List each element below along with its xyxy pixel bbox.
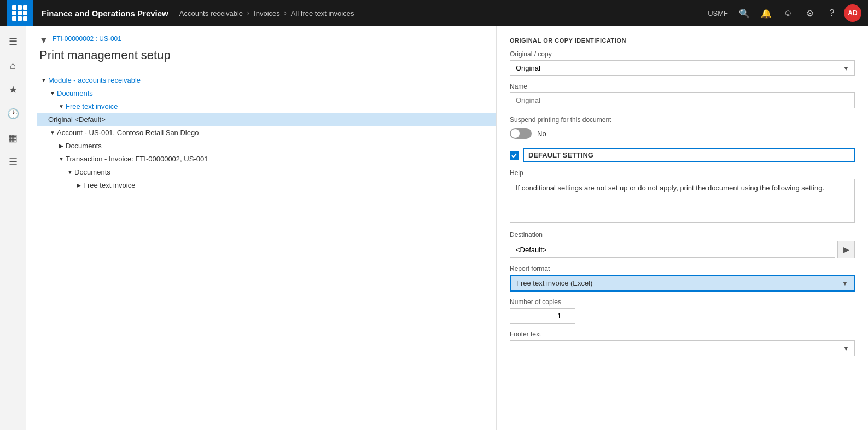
tree-label-fti1: Free text invoice [66, 102, 118, 111]
default-setting-checkbox[interactable] [510, 151, 519, 160]
help-button[interactable]: ? [822, 3, 842, 23]
tree-item-original-default[interactable]: Original <Default> [37, 113, 496, 126]
tree-toggle-acct: ▼ [48, 128, 57, 137]
report-format-label: Report format [510, 265, 855, 272]
tree-toggle-docs2: ▶ [57, 141, 66, 150]
record-id: FTI-00000002 : US-001 [53, 35, 121, 43]
feedback-button[interactable]: ☺ [778, 3, 798, 23]
tree-item-free-text-invoice2[interactable]: ▶ Free text invoice [74, 178, 496, 191]
main-layout: ☰ ⌂ ★ 🕐 ▦ ☰ ▼ FTI-00000002 : US-001 Prin… [0, 26, 868, 430]
tree-toggle-orig [39, 115, 48, 124]
report-format-value: Free text invoice (Excel) [516, 279, 592, 287]
section-title: ORIGINAL OR COPY IDENTIFICATION [510, 37, 855, 44]
sidebar-modules[interactable]: ☰ [2, 151, 24, 173]
notifications-button[interactable]: 🔔 [756, 3, 776, 23]
tree-label-docs1: Documents [57, 89, 93, 97]
breadcrumb: Accounts receivable › Invoices › All fre… [179, 9, 354, 18]
sidebar-recent[interactable]: 🕐 [2, 103, 24, 125]
tree-item-transaction[interactable]: ▼ Transaction - Invoice: FTI-00000002, U… [57, 152, 496, 165]
tree-toggle-fti2: ▶ [74, 181, 83, 189]
default-setting-header: DEFAULT SETTING [510, 148, 855, 162]
tree-item-documents3[interactable]: ▼ Documents [66, 165, 496, 178]
footer-select-wrapper: ▼ [510, 340, 855, 356]
suspend-toggle-row: No [510, 128, 855, 139]
right-panel: ORIGINAL OR COPY IDENTIFICATION Original… [496, 26, 868, 430]
tree-label-fti2: Free text invoice [83, 181, 135, 189]
tree-item-documents2[interactable]: ▶ Documents [57, 139, 496, 152]
sidebar-home[interactable]: ⌂ [2, 55, 24, 77]
left-sidebar: ☰ ⌂ ★ 🕐 ▦ ☰ [0, 26, 26, 430]
tree-toggle-fti1: ▼ [57, 102, 66, 111]
tree-toggle-txn: ▼ [57, 154, 66, 163]
tree-label-module: Module - accounts receivable [48, 76, 141, 84]
tree-item-module[interactable]: ▼ Module - accounts receivable [39, 73, 496, 86]
breadcrumb-item-2[interactable]: Invoices [254, 9, 280, 18]
grid-icon [12, 5, 27, 21]
report-format-select[interactable]: Free text invoice (Excel) ▼ [510, 275, 855, 292]
tree-item-documents1[interactable]: ▼ Documents [48, 86, 496, 100]
app-title: Finance and Operations Preview [33, 9, 179, 18]
top-navigation: Finance and Operations Preview Accounts … [0, 0, 868, 26]
user-avatar[interactable]: AD [844, 4, 861, 22]
suspend-toggle[interactable] [510, 128, 532, 139]
main-content: ▼ FTI-00000002 : US-001 Print management… [26, 26, 496, 430]
topnav-right-actions: USMF 🔍 🔔 ☺ ⚙ ? AD [703, 3, 861, 23]
tree-toggle-docs1: ▼ [48, 89, 57, 97]
checkmark-icon [511, 152, 517, 159]
tree-toggle-docs3: ▼ [66, 167, 74, 176]
tree-label-docs3: Documents [74, 168, 110, 176]
tree-item-free-text-invoice1[interactable]: ▼ Free text invoice [57, 100, 496, 113]
sidebar-favorites[interactable]: ★ [2, 79, 24, 101]
destination-input[interactable] [510, 242, 835, 258]
copies-input[interactable] [510, 308, 575, 324]
tree-toggle-module: ▼ [39, 75, 48, 84]
footer-select[interactable] [510, 340, 855, 356]
help-textarea[interactable]: If conditional settings are not set up o… [510, 179, 855, 223]
filter-icon[interactable]: ▼ [39, 36, 48, 45]
sidebar-workspaces[interactable]: ▦ [2, 127, 24, 149]
destination-row: ▶ [510, 241, 855, 258]
tree: ▼ Module - accounts receivable ▼ Documen… [39, 73, 496, 191]
page-title: Print management setup [39, 48, 483, 62]
help-label: Help [510, 169, 855, 177]
destination-label: Destination [510, 231, 855, 239]
breadcrumb-item-3[interactable]: All free text invoices [291, 9, 354, 18]
app-grid-button[interactable] [7, 0, 33, 26]
tree-item-account[interactable]: ▼ Account - US-001, Contoso Retail San D… [48, 126, 496, 139]
env-label: USMF [703, 9, 732, 18]
tree-label-orig: Original <Default> [48, 115, 106, 124]
original-copy-select[interactable]: Original Copy [510, 60, 855, 76]
default-setting-title: DEFAULT SETTING [523, 148, 855, 162]
breadcrumb-sep-1: › [247, 9, 249, 17]
breadcrumb-sep-2: › [284, 9, 287, 17]
sidebar-hamburger[interactable]: ☰ [2, 31, 24, 53]
report-format-chevron-icon: ▼ [842, 280, 848, 287]
tree-label-txn: Transaction - Invoice: FTI-00000002, US-… [66, 155, 208, 163]
toggle-knob [511, 129, 520, 138]
tree-label-acct: Account - US-001, Contoso Retail San Die… [57, 129, 199, 137]
settings-button[interactable]: ⚙ [800, 3, 820, 23]
name-label: Name [510, 83, 855, 90]
breadcrumb-item-1[interactable]: Accounts receivable [179, 9, 243, 18]
tree-label-docs2: Documents [66, 142, 102, 150]
suspend-label: Suspend printing for this document [510, 116, 855, 124]
destination-action-button[interactable]: ▶ [837, 241, 855, 258]
suspend-toggle-label: No [537, 130, 546, 138]
copies-label: Number of copies [510, 298, 855, 306]
search-button[interactable]: 🔍 [735, 3, 754, 23]
name-input[interactable] [510, 92, 855, 108]
original-copy-select-wrapper: Original Copy ▼ [510, 60, 855, 76]
footer-label: Footer text [510, 330, 855, 338]
original-copy-label: Original / copy [510, 50, 855, 58]
